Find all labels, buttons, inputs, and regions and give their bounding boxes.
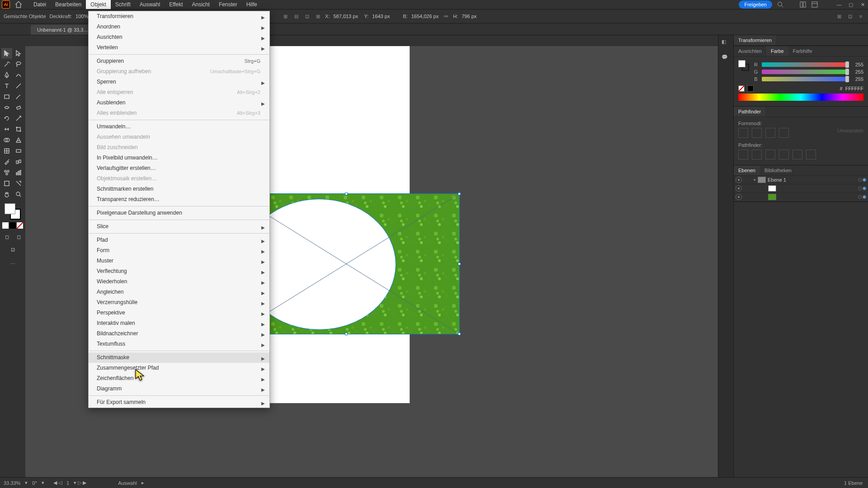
hex-value[interactable]: FFFFFF [845,86,863,91]
none-swatch[interactable] [738,85,745,92]
menu-item-bildnachzeichner[interactable]: Bildnachzeichner▶ [89,328,269,339]
lasso-tool[interactable] [13,59,24,70]
comments-dock-icon[interactable]: 💬 [722,54,731,63]
color-tab-ausrichten[interactable]: Ausrichten [734,46,766,56]
menu-hilfe[interactable]: Hilfe [242,0,262,9]
g-slider[interactable] [762,70,847,74]
close-icon[interactable]: ✕ [859,1,866,8]
direct-select-tool[interactable] [13,48,24,59]
y-value[interactable]: 1643 px [372,14,399,19]
h-value[interactable]: 796 px [462,14,489,19]
curvature-tool[interactable] [13,70,24,80]
pf-minusback-icon[interactable] [806,150,816,160]
document-tab[interactable]: Unbenannt-1 @ 33,3… [31,25,94,35]
menu-item-gruppieren[interactable]: GruppierenStrg+G [89,56,269,66]
graph-tool[interactable] [13,167,24,178]
x-value[interactable]: 587,013 px [333,14,360,19]
align-center-icon[interactable]: ⊟ [292,13,300,20]
menu-item-slice[interactable]: Slice▶ [89,221,269,232]
menu-schrift[interactable]: Schrift [111,0,135,9]
menu-item-in-pixelbild-umwandeln-[interactable]: In Pixelbild umwandeln… [89,153,269,163]
pf-intersect-icon[interactable] [765,128,775,138]
menu-item-verteilen[interactable]: Verteilen▶ [89,42,269,53]
draw-behind-icon[interactable]: ◻ [13,231,24,242]
edit-toolbar-icon[interactable]: ⋯ [7,258,18,269]
color-mode-fill[interactable] [2,222,9,229]
maximize-icon[interactable]: ▢ [847,1,854,8]
r-value[interactable]: 255 [850,62,863,67]
width-tool[interactable] [1,124,12,135]
visibility-toggle[interactable] [736,177,742,183]
edit-icon[interactable]: ⊡ [846,13,854,20]
menu-item-schnittmaske[interactable]: Schnittmaske▶ [89,352,269,363]
b-value[interactable]: 255 [850,76,863,82]
menu-auswahl[interactable]: Auswahl [135,0,165,9]
align-right-icon[interactable]: ⊡ [303,13,311,20]
artboard-tool[interactable] [1,178,12,189]
menu-item-form[interactable]: Form▶ [89,245,269,256]
pf-unite-icon[interactable] [738,128,748,138]
color-tab-farbhilfe[interactable]: Farbhilfe [788,46,817,56]
menu-item-sperren[interactable]: Sperren▶ [89,77,269,87]
panel-fill-stroke[interactable] [738,60,749,71]
draw-normal-icon[interactable]: ◻ [1,231,12,242]
r-slider[interactable] [762,62,847,67]
color-mode-none[interactable] [17,222,23,229]
magic-wand-tool[interactable] [1,59,12,70]
zoom-value[interactable]: 33.33% [4,480,20,486]
menu-item-schnittmarken-erstellen[interactable]: Schnittmarken erstellen [89,184,269,194]
shape-builder-tool[interactable] [1,135,12,145]
perspective-tool[interactable] [13,135,24,145]
visibility-toggle[interactable] [736,194,742,200]
arrange-docs-icon[interactable] [799,1,807,8]
target-icon[interactable] [858,178,862,182]
black-swatch[interactable] [747,85,754,92]
menu-item-verzerrungsh-lle[interactable]: Verzerrungshülle▶ [89,297,269,308]
menu-item-pfad[interactable]: Pfad▶ [89,235,269,245]
target-icon[interactable] [858,195,862,199]
layers-tab-ebenen[interactable]: Ebenen [734,165,760,175]
brush-tool[interactable] [13,91,24,102]
blend-tool[interactable] [13,156,24,167]
menu-item-ausrichten[interactable]: Ausrichten▶ [89,32,269,42]
color-tab-farbe[interactable]: Farbe [766,46,788,56]
layer-row[interactable] [734,184,868,193]
layers-tab-bibliotheken[interactable]: Bibliotheken [760,165,796,175]
symbol-tool[interactable] [1,167,12,178]
pf-minus-icon[interactable] [752,128,762,138]
properties-dock-icon[interactable]: ◧ [722,39,731,48]
pf-crop-icon[interactable] [779,150,789,160]
g-value[interactable]: 255 [850,69,863,75]
pathfinder-panel-tab[interactable]: Pathfinder [734,107,765,117]
hand-tool[interactable] [1,189,12,200]
eraser-tool[interactable] [13,102,24,113]
target-icon[interactable] [858,187,862,190]
menu-objekt[interactable]: Objekt [86,0,111,9]
menu-item-umwandeln-[interactable]: Umwandeln… [89,122,269,132]
eyedropper-tool[interactable] [1,156,12,167]
w-value[interactable]: 1654,026 px [411,14,439,19]
link-wh-icon[interactable]: ⚯ [442,13,449,20]
mesh-tool[interactable] [1,145,12,156]
menu-item-verlaufsgitter-erstellen-[interactable]: Verlaufsgitter erstellen… [89,163,269,174]
selection-tool[interactable] [1,48,12,59]
slice-tool[interactable] [13,178,24,189]
color-spectrum[interactable] [738,94,863,101]
search-icon[interactable] [777,1,784,8]
share-button[interactable]: Freigeben [739,0,772,9]
menu-item-transparenz-reduzieren-[interactable]: Transparenz reduzieren… [89,194,269,205]
line-tool[interactable] [13,80,24,91]
menu-item-verflechtung[interactable]: Verflechtung▶ [89,266,269,277]
menu-datei[interactable]: Datei [29,0,51,9]
rotate-tool[interactable] [1,113,12,124]
pf-exclude-icon[interactable] [779,128,789,138]
transform-panel-tab[interactable]: Transformieren [734,35,776,45]
menu-item-ausblenden[interactable]: Ausblenden▶ [89,98,269,108]
menu-ansicht[interactable]: Ansicht [188,0,214,9]
visibility-toggle[interactable] [736,185,742,192]
menu-item-angleichen[interactable]: Angleichen▶ [89,287,269,297]
layer-row[interactable] [734,193,868,202]
menu-item-f-r-export-sammeln[interactable]: Für Export sammeln▶ [89,397,269,408]
color-mode-gradient[interactable] [9,222,16,229]
layer-row[interactable]: ▾Ebene 1 [734,176,868,184]
